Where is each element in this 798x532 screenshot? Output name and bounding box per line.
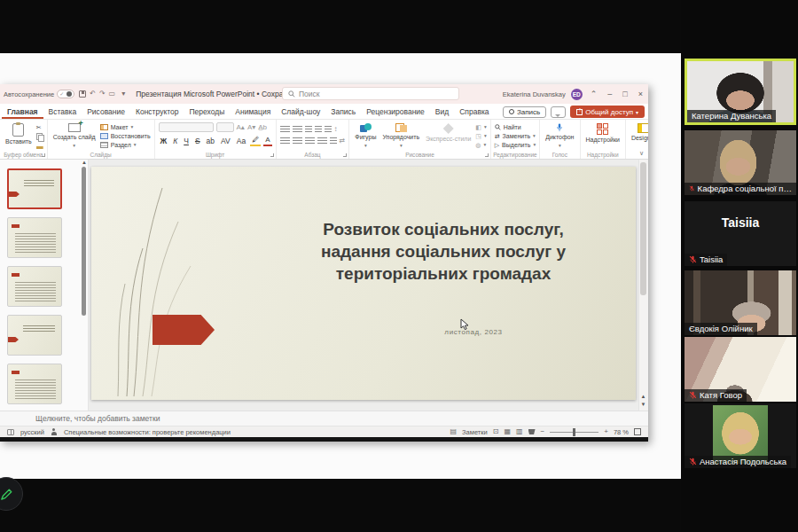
paste-button[interactable]: Вставить	[4, 122, 34, 149]
slide-scrollbar-thumb[interactable]	[640, 162, 646, 295]
comments-button[interactable]	[551, 106, 566, 118]
slide-date[interactable]: листопад, 2023	[433, 328, 514, 336]
tab-draw[interactable]: Рисование	[82, 104, 130, 119]
tab-home[interactable]: Главная	[2, 104, 43, 119]
drawing-dialog-launcher[interactable]	[485, 153, 489, 157]
save-icon[interactable]	[79, 90, 86, 98]
language-indicator[interactable]: русский	[20, 428, 44, 436]
participant-tile[interactable]: Анастасія Подольська	[685, 403, 796, 468]
zoom-out-icon[interactable]: −	[541, 428, 545, 435]
start-slideshow-icon[interactable]: ▭	[109, 90, 116, 98]
account-avatar[interactable]: ED	[571, 89, 583, 100]
slide-canvas[interactable]: Розвиток соціальних послуг, надання соці…	[89, 160, 648, 411]
highlight-color-button[interactable]: 🖉	[250, 136, 261, 146]
paragraph-dialog-launcher[interactable]	[343, 153, 347, 157]
align-center-icon[interactable]	[293, 137, 302, 145]
cut-button[interactable]: ✂	[36, 124, 43, 130]
close-button[interactable]: ×	[636, 90, 645, 98]
previous-slide-icon[interactable]: ▲	[641, 394, 646, 399]
annotate-button[interactable]	[0, 477, 23, 511]
columns-icon[interactable]	[330, 137, 337, 145]
tab-insert[interactable]: Вставка	[43, 104, 82, 119]
clear-format-icon[interactable]: A̲b	[258, 123, 267, 131]
redo-icon[interactable]: ↷	[99, 90, 106, 98]
slide-scrollbar[interactable]: ▲ ▼	[638, 160, 648, 411]
next-slide-icon[interactable]: ▼	[641, 402, 646, 407]
fit-slide-icon[interactable]	[634, 428, 641, 435]
shape-effects-button[interactable]: ◍▾	[475, 142, 486, 148]
zoom-level[interactable]: 78 %	[614, 428, 629, 436]
notes-pane[interactable]: Щелкните, чтобы добавить заметки	[0, 411, 648, 426]
tab-design[interactable]: Конструктор	[130, 104, 184, 119]
slide-thumbnail-5[interactable]	[7, 364, 62, 404]
copy-icon[interactable]	[36, 133, 43, 140]
current-slide[interactable]: Розвиток соціальних послуг, надання соці…	[91, 167, 636, 400]
underline-button[interactable]: Ч	[182, 137, 191, 145]
reset-button[interactable]: Восстановить	[100, 133, 151, 139]
shrink-font-icon[interactable]: A▾	[247, 123, 255, 131]
restore-button[interactable]: □	[620, 90, 630, 98]
participant-tile[interactable]: Taisiia Taisiia	[685, 201, 796, 266]
account-name[interactable]: Ekaterina Duvanskay	[503, 90, 566, 98]
change-case-button[interactable]: Аа	[235, 137, 248, 145]
arrange-button[interactable]: Упорядочить▾	[380, 122, 421, 149]
shapes-button[interactable]: Фигуры▾	[353, 122, 378, 149]
tab-help[interactable]: Справка	[454, 104, 494, 119]
clipboard-dialog-launcher[interactable]	[42, 153, 45, 157]
align-right-icon[interactable]	[305, 137, 315, 145]
format-painter-icon[interactable]	[36, 143, 43, 150]
share-button[interactable]: Общий доступ▾	[570, 106, 645, 118]
thumbnail-scroll-up-icon[interactable]: ▲	[82, 160, 87, 165]
participant-tile[interactable]: Кафедра соціальної п…	[685, 130, 796, 195]
numbering-icon[interactable]	[293, 126, 302, 133]
char-spacing-button[interactable]: AV	[219, 137, 232, 145]
font-dialog-launcher[interactable]	[270, 153, 274, 157]
tab-slideshow[interactable]: Слайд-шоу	[276, 104, 325, 119]
search-input[interactable]: Поиск	[282, 87, 459, 100]
justify-icon[interactable]	[317, 137, 327, 145]
shape-fill-button[interactable]: ◧▾	[475, 124, 486, 130]
dictate-button[interactable]: Диктофон▾	[544, 122, 575, 149]
align-left-icon[interactable]	[280, 137, 290, 145]
bold-button[interactable]: Ж	[159, 137, 169, 145]
font-color-button[interactable]: A	[263, 136, 271, 146]
undo-icon[interactable]: ↶	[90, 90, 96, 98]
new-slide-button[interactable]: Создать слайд▾	[51, 122, 98, 149]
reading-view-icon[interactable]: ▥	[516, 428, 523, 435]
zoom-in-icon[interactable]: +	[604, 428, 608, 435]
slide-sorter-view-icon[interactable]: ▦	[504, 428, 511, 435]
decrease-indent-icon[interactable]	[305, 126, 312, 133]
line-spacing-icon[interactable]	[325, 126, 332, 133]
increase-indent-icon[interactable]	[315, 126, 322, 133]
participant-tile[interactable]: Євдокія Олійник	[685, 270, 796, 335]
collapse-ribbon-icon[interactable]: ∨	[639, 150, 644, 157]
accessibility-status[interactable]: Специальные возможности: проверьте реком…	[64, 428, 231, 436]
italic-button[interactable]: К	[171, 137, 179, 145]
normal-view-icon[interactable]: ⊡	[493, 428, 499, 435]
tab-view[interactable]: Вид	[430, 104, 454, 119]
shape-outline-button[interactable]: ◳▾	[475, 133, 486, 139]
zoom-slider-thumb[interactable]	[573, 428, 575, 436]
find-button[interactable]: Найти	[495, 124, 536, 130]
slide-thumbnail-2[interactable]	[7, 217, 62, 258]
autosave-toggle[interactable]: ✓	[57, 90, 74, 98]
thumbnail-scrollbar[interactable]	[82, 167, 86, 316]
replace-button[interactable]: ⇄Заменить▾	[495, 133, 536, 139]
tab-record[interactable]: Запись	[325, 104, 361, 119]
ribbon-options-icon[interactable]: ⌃	[588, 90, 600, 98]
tab-animations[interactable]: Анимация	[230, 104, 276, 119]
participant-tile[interactable]: Катерина Дуванська	[685, 59, 796, 125]
slide-thumbnail-3[interactable]	[7, 266, 62, 307]
participant-tile[interactable]: Катя Говор	[685, 337, 796, 402]
designer-button[interactable]: Designer	[630, 122, 648, 149]
layout-button[interactable]: Макет▾	[100, 124, 151, 130]
bullets-icon[interactable]	[280, 126, 290, 133]
text-direction-icon[interactable]: ↕	[334, 125, 338, 133]
record-button[interactable]: Запись	[503, 106, 546, 118]
smartart-convert-icon[interactable]: ⇄	[340, 137, 346, 145]
slide-thumbnail-4[interactable]	[7, 315, 62, 356]
section-button[interactable]: Раздел▾	[100, 142, 151, 148]
notes-toggle-button[interactable]: Заметки	[462, 428, 488, 436]
spellcheck-icon[interactable]	[7, 429, 14, 435]
slide-title[interactable]: Розвиток соціальних послуг, надання соці…	[298, 218, 589, 285]
